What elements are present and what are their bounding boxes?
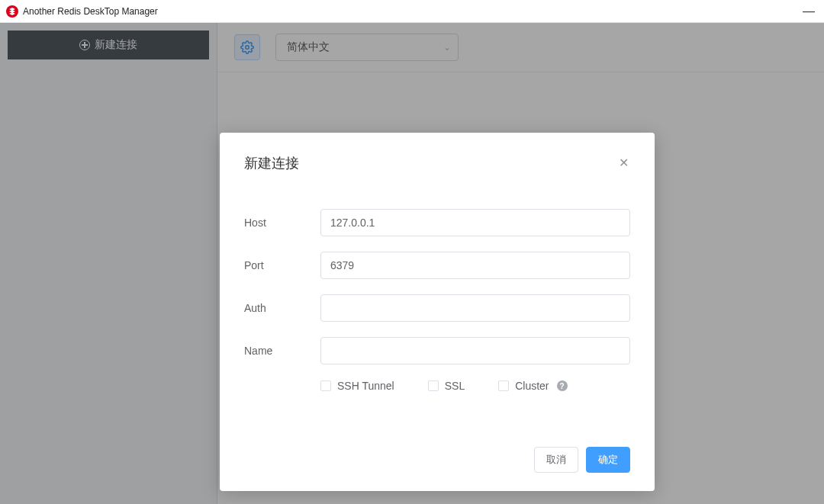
help-icon[interactable]: ? xyxy=(557,380,568,391)
dialog-close-button[interactable]: ✕ xyxy=(617,156,630,171)
window-title: Another Redis DeskTop Manager xyxy=(23,6,158,17)
checkbox-icon xyxy=(498,380,509,391)
host-label: Host xyxy=(244,217,320,229)
app-icon xyxy=(6,5,18,18)
checkbox-icon xyxy=(428,380,439,391)
close-icon: ✕ xyxy=(619,156,629,169)
auth-input[interactable] xyxy=(320,294,630,322)
port-input[interactable] xyxy=(320,252,630,279)
ok-button[interactable]: 确定 xyxy=(586,447,630,473)
name-label: Name xyxy=(244,345,320,357)
new-connection-dialog: 新建连接 ✕ Host Port Auth Name SSH Tunnel xyxy=(220,133,655,491)
cluster-label: Cluster xyxy=(515,380,549,392)
checkbox-icon xyxy=(320,380,331,391)
cluster-checkbox[interactable]: Cluster ? xyxy=(498,380,567,392)
ssh-tunnel-checkbox[interactable]: SSH Tunnel xyxy=(320,380,394,392)
auth-label: Auth xyxy=(244,302,320,314)
modal-overlay: 新建连接 ✕ Host Port Auth Name SSH Tunnel xyxy=(0,23,824,504)
ssl-checkbox[interactable]: SSL xyxy=(428,380,465,392)
window-titlebar: Another Redis DeskTop Manager — xyxy=(0,0,824,23)
cancel-button[interactable]: 取消 xyxy=(534,447,578,473)
ssh-tunnel-label: SSH Tunnel xyxy=(337,380,394,392)
host-input[interactable] xyxy=(320,209,630,236)
name-input[interactable] xyxy=(320,337,630,364)
ssl-label: SSL xyxy=(445,380,465,392)
dialog-title: 新建连接 xyxy=(244,154,299,172)
window-minimize-button[interactable]: — xyxy=(800,5,818,18)
port-label: Port xyxy=(244,259,320,271)
